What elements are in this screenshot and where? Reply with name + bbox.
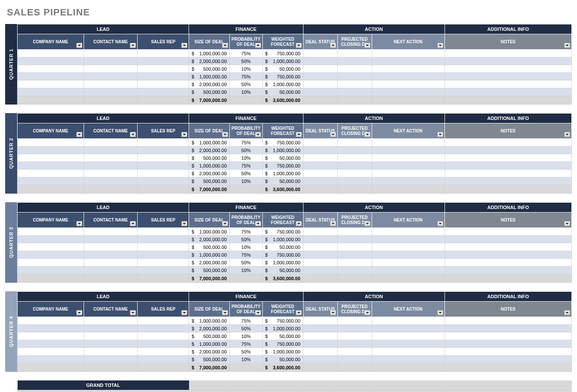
cell-deal[interactable]: $500,000.00 (189, 88, 230, 96)
cell-contact[interactable] (84, 228, 138, 236)
cell-company[interactable] (18, 65, 84, 73)
filter-dropdown-icon[interactable] (181, 310, 187, 315)
cell-notes[interactable] (445, 356, 571, 363)
cell-deal[interactable]: $500,000.00 (189, 154, 230, 162)
cell-contact[interactable] (84, 57, 138, 65)
cell-rep[interactable] (138, 325, 189, 332)
cell-company[interactable] (18, 317, 84, 325)
cell-notes[interactable] (445, 57, 571, 65)
filter-dropdown-icon[interactable] (296, 221, 302, 226)
cell-contact[interactable] (84, 73, 138, 81)
cell-forecast[interactable]: $50,000.00 (262, 65, 303, 73)
filter-dropdown-icon[interactable] (222, 310, 228, 315)
cell-notes[interactable] (445, 348, 571, 356)
cell-deal[interactable]: $2,000,000.00 (189, 81, 230, 88)
cell-company[interactable] (18, 162, 84, 170)
cell-next[interactable] (372, 243, 445, 251)
cell-prob[interactable]: 10% (230, 332, 263, 340)
filter-dropdown-icon[interactable] (222, 43, 228, 48)
col-notes[interactable]: NOTES (445, 302, 571, 317)
cell-notes[interactable] (445, 154, 571, 162)
cell-closing[interactable] (337, 50, 372, 57)
filter-dropdown-icon[interactable] (437, 43, 443, 48)
cell-next[interactable] (372, 50, 445, 57)
cell-status[interactable] (303, 228, 337, 236)
col-notes[interactable]: NOTES (445, 123, 571, 139)
cell-prob[interactable]: 75% (230, 228, 263, 236)
filter-dropdown-icon[interactable] (181, 43, 187, 48)
cell-closing[interactable] (337, 57, 372, 65)
cell-company[interactable] (18, 325, 84, 332)
cell-deal[interactable]: $1,000,000.00 (189, 73, 230, 81)
cell-contact[interactable] (84, 162, 138, 170)
cell-notes[interactable] (445, 325, 571, 332)
cell-notes[interactable] (445, 266, 571, 274)
cell-notes[interactable] (445, 162, 571, 170)
col-contact[interactable]: CONTACT NAME (84, 123, 138, 139)
cell-status[interactable] (303, 243, 337, 251)
cell-status[interactable] (303, 88, 337, 96)
cell-prob[interactable]: 50% (230, 170, 263, 177)
cell-closing[interactable] (337, 340, 372, 348)
filter-dropdown-icon[interactable] (130, 221, 136, 226)
filter-dropdown-icon[interactable] (255, 132, 261, 137)
cell-forecast[interactable]: $1,000,000.00 (262, 259, 303, 266)
cell-notes[interactable] (445, 81, 571, 88)
col-notes[interactable]: NOTES (445, 34, 571, 50)
col-company[interactable]: COMPANY NAME (18, 123, 84, 139)
filter-dropdown-icon[interactable] (564, 43, 570, 48)
cell-next[interactable] (372, 139, 445, 147)
filter-dropdown-icon[interactable] (564, 132, 570, 137)
cell-notes[interactable] (445, 50, 571, 57)
filter-dropdown-icon[interactable] (296, 43, 302, 48)
cell-next[interactable] (372, 162, 445, 170)
cell-notes[interactable] (445, 259, 571, 266)
cell-forecast[interactable]: $750,000.00 (262, 340, 303, 348)
filter-dropdown-icon[interactable] (437, 221, 443, 226)
cell-contact[interactable] (84, 170, 138, 177)
cell-prob[interactable]: 10% (230, 88, 263, 96)
cell-rep[interactable] (138, 139, 189, 147)
filter-dropdown-icon[interactable] (364, 310, 370, 315)
cell-contact[interactable] (84, 356, 138, 363)
col-rep[interactable]: SALES REP (138, 302, 189, 317)
filter-dropdown-icon[interactable] (330, 221, 336, 226)
cell-status[interactable] (303, 177, 337, 185)
cell-contact[interactable] (84, 340, 138, 348)
cell-closing[interactable] (337, 332, 372, 340)
cell-forecast[interactable]: $750,000.00 (262, 251, 303, 259)
cell-forecast[interactable]: $1,000,000.00 (262, 81, 303, 88)
cell-company[interactable] (18, 81, 84, 88)
cell-contact[interactable] (84, 251, 138, 259)
cell-notes[interactable] (445, 228, 571, 236)
cell-status[interactable] (303, 147, 337, 154)
filter-dropdown-icon[interactable] (330, 310, 336, 315)
cell-next[interactable] (372, 266, 445, 274)
filter-dropdown-icon[interactable] (564, 310, 570, 315)
cell-company[interactable] (18, 243, 84, 251)
cell-deal[interactable]: $2,000,000.00 (189, 57, 230, 65)
cell-status[interactable] (303, 50, 337, 57)
cell-forecast[interactable]: $750,000.00 (262, 228, 303, 236)
cell-rep[interactable] (138, 259, 189, 266)
col-forecast[interactable]: WEIGHTED FORECAST (262, 212, 303, 228)
cell-closing[interactable] (337, 317, 372, 325)
cell-closing[interactable] (337, 236, 372, 243)
cell-contact[interactable] (84, 332, 138, 340)
cell-closing[interactable] (337, 259, 372, 266)
cell-status[interactable] (303, 325, 337, 332)
cell-prob[interactable]: 10% (230, 177, 263, 185)
cell-closing[interactable] (337, 177, 372, 185)
cell-next[interactable] (372, 88, 445, 96)
cell-contact[interactable] (84, 317, 138, 325)
cell-forecast[interactable]: $50,000.00 (262, 266, 303, 274)
cell-forecast[interactable]: $1,000,000.00 (262, 57, 303, 65)
cell-company[interactable] (18, 251, 84, 259)
cell-rep[interactable] (138, 81, 189, 88)
cell-rep[interactable] (138, 50, 189, 57)
cell-deal[interactable]: $500,000.00 (189, 332, 230, 340)
cell-prob[interactable]: 50% (230, 259, 263, 266)
cell-rep[interactable] (138, 251, 189, 259)
col-closing[interactable]: PROJECTED CLOSING DA (337, 212, 372, 228)
cell-closing[interactable] (337, 88, 372, 96)
